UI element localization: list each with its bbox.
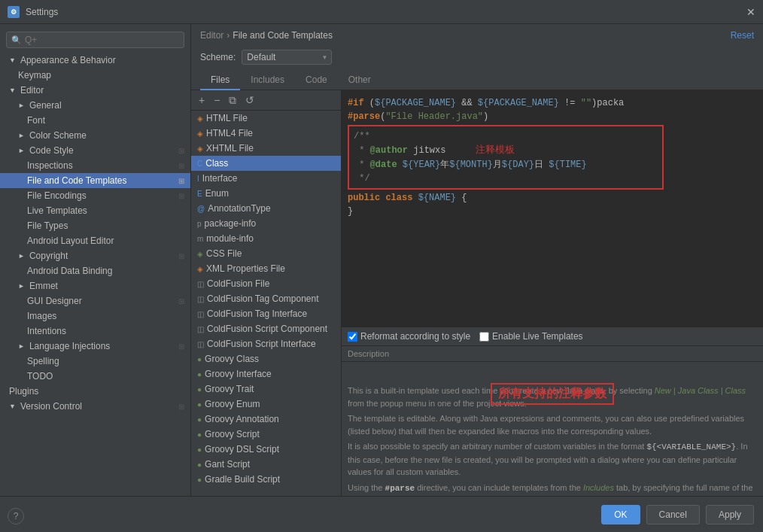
- sidebar-item-android-data-binding[interactable]: Android Data Binding: [0, 263, 190, 278]
- search-input[interactable]: [25, 35, 179, 45]
- expand-arrow: ►: [18, 342, 25, 350]
- external-icon: ⊞: [178, 403, 184, 411]
- file-item-groovy-interface[interactable]: ● Groovy Interface: [191, 366, 341, 382]
- live-templates-checkbox-label[interactable]: Enable Live Templates: [479, 331, 583, 342]
- file-item-coldfusion[interactable]: ◫ ColdFusion File: [191, 276, 341, 291]
- sidebar-item-label: Inspections: [27, 160, 73, 171]
- remove-template-button[interactable]: −: [211, 93, 223, 107]
- sidebar-item-spelling[interactable]: Spelling: [0, 354, 190, 369]
- sidebar-item-copyright[interactable]: ► Copyright ⊞: [0, 248, 190, 263]
- sidebar-item-language-injections[interactable]: ► Language Injections ⊞: [0, 339, 190, 354]
- sidebar-item-gui-designer[interactable]: GUI Designer ⊞: [0, 293, 190, 309]
- sidebar-item-emmet[interactable]: ► Emmet: [0, 278, 190, 293]
- file-item-module-info[interactable]: m module-info: [191, 231, 341, 246]
- file-item-cf-tag-component[interactable]: ◫ ColdFusion Tag Component: [191, 291, 341, 306]
- file-item-html[interactable]: ◈ HTML File: [191, 111, 341, 126]
- file-item-annotation[interactable]: @ AnnotationType: [191, 201, 341, 216]
- tab-other[interactable]: Other: [338, 71, 382, 90]
- sidebar-item-live-templates[interactable]: Live Templates: [0, 203, 190, 218]
- sidebar-item-images[interactable]: Images: [0, 309, 190, 324]
- tab-includes[interactable]: Includes: [240, 71, 295, 90]
- code-line-4: * @author jitwxs注释模板: [354, 143, 658, 158]
- sidebar-item-inspections[interactable]: Inspections ⊞: [0, 158, 190, 173]
- editor-pane: #if (${PACKAGE_NAME} && ${PACKAGE_NAME} …: [342, 90, 763, 496]
- sidebar-item-code-style[interactable]: ► Code Style ⊞: [0, 143, 190, 158]
- description-panel: Description 所有支持的注释参数 This is a built-in…: [342, 345, 763, 496]
- cf-icon: ◫: [197, 280, 204, 288]
- sidebar-item-label: Emmet: [29, 281, 58, 291]
- file-item-groovy-dsl[interactable]: ● Groovy DSL Script: [191, 442, 341, 457]
- live-templates-checkbox[interactable]: [479, 332, 489, 342]
- cancel-button[interactable]: Cancel: [646, 505, 700, 524]
- reset-button[interactable]: Reset: [731, 30, 754, 41]
- ok-button[interactable]: OK: [601, 505, 640, 524]
- sidebar-item-intentions[interactable]: Intentions: [0, 324, 190, 339]
- file-item-cf-tag-interface[interactable]: ◫ ColdFusion Tag Interface: [191, 306, 341, 321]
- file-item-css[interactable]: ◈ CSS File: [191, 246, 341, 261]
- file-item-xhtml[interactable]: ◈ XHTML File: [191, 141, 341, 156]
- file-item-gant-script[interactable]: ● Gant Script: [191, 457, 341, 472]
- sidebar-item-plugins[interactable]: Plugins: [0, 384, 190, 399]
- file-item-gradle-build[interactable]: ● Gradle Build Script: [191, 472, 341, 487]
- file-item-groovy-trait[interactable]: ● Groovy Trait: [191, 382, 341, 397]
- sidebar-item-label: Keymap: [18, 70, 51, 81]
- file-item-enum[interactable]: E Enum: [191, 186, 341, 201]
- file-list-toolbar: + − ⧉ ↺: [191, 90, 341, 111]
- code-line-3: /**: [354, 129, 658, 143]
- file-item-label: Gradle Build Script: [205, 474, 280, 485]
- xml-file-icon: ◈: [197, 265, 203, 273]
- sidebar-item-general[interactable]: ► General: [0, 98, 190, 113]
- html-file-icon: ◈: [197, 114, 203, 123]
- scheme-bar: Scheme: Default Project: [191, 47, 763, 71]
- file-item-package-info[interactable]: p package-info: [191, 216, 341, 231]
- reformat-checkbox[interactable]: [348, 332, 357, 342]
- sidebar-item-keymap[interactable]: Keymap: [0, 68, 190, 83]
- sidebar-item-file-encodings[interactable]: File Encodings ⊞: [0, 188, 190, 203]
- tab-code[interactable]: Code: [295, 71, 338, 90]
- file-item-label: package-info: [205, 218, 257, 229]
- class-file-icon: C: [197, 160, 202, 168]
- file-item-label: AnnotationType: [208, 203, 270, 214]
- sidebar-item-font[interactable]: Font: [0, 113, 190, 128]
- file-item-groovy-class[interactable]: ● Groovy Class: [191, 351, 341, 366]
- file-item-cf-script-interface[interactable]: ◫ ColdFusion Script Interface: [191, 336, 341, 351]
- file-item-groovy-enum[interactable]: ● Groovy Enum: [191, 397, 341, 412]
- file-item-cf-script-component[interactable]: ◫ ColdFusion Script Component: [191, 321, 341, 336]
- description-header: Description: [342, 346, 763, 362]
- file-item-groovy-script[interactable]: ● Groovy Script: [191, 427, 341, 442]
- sidebar-item-version-control[interactable]: ▼ Version Control ⊞: [0, 399, 190, 414]
- file-item-class[interactable]: C Class: [191, 156, 341, 171]
- file-item-label: HTML File: [206, 113, 248, 123]
- reformat-checkbox-label[interactable]: Reformat according to style: [348, 331, 470, 342]
- file-item-xml-properties[interactable]: ◈ XML Properties File: [191, 261, 341, 276]
- search-box[interactable]: 🔍: [6, 32, 184, 48]
- file-item-groovy-annotation[interactable]: ● Groovy Annotation: [191, 412, 341, 427]
- sidebar-item-android-layout-editor[interactable]: Android Layout Editor: [0, 233, 190, 248]
- sidebar-item-color-scheme[interactable]: ► Color Scheme: [0, 128, 190, 143]
- close-button[interactable]: ✕: [746, 6, 755, 18]
- sidebar-item-appearance[interactable]: ▼ Appearance & Behavior: [0, 53, 190, 68]
- sidebar-item-editor[interactable]: ▼ Editor: [0, 83, 190, 98]
- sidebar-item-todo[interactable]: TODO: [0, 369, 190, 384]
- code-line-8: }: [348, 205, 757, 218]
- cf-tag-interface-icon: ◫: [197, 310, 204, 318]
- chinese-label-annotation: 注释模板: [476, 143, 515, 158]
- xhtml-file-icon: ◈: [197, 144, 203, 153]
- file-item-label: CSS File: [206, 248, 242, 259]
- reset-template-button[interactable]: ↺: [242, 93, 257, 107]
- expand-arrow: ▼: [9, 56, 16, 64]
- copy-template-button[interactable]: ⧉: [226, 93, 239, 107]
- file-item-html4[interactable]: ◈ HTML4 File: [191, 126, 341, 141]
- sidebar-item-file-and-code-templates[interactable]: File and Code Templates ⊞: [0, 173, 190, 188]
- file-item-interface[interactable]: I Interface: [191, 171, 341, 186]
- expand-arrow: ►: [18, 252, 25, 260]
- help-button[interactable]: ?: [8, 508, 24, 524]
- sidebar-item-file-types[interactable]: File Types: [0, 218, 190, 233]
- code-editor[interactable]: #if (${PACKAGE_NAME} && ${PACKAGE_NAME} …: [342, 90, 763, 327]
- apply-button[interactable]: Apply: [706, 505, 754, 524]
- file-item-label: Enum: [205, 188, 229, 199]
- breadcrumb-bar: Editor › File and Code Templates Reset: [191, 24, 763, 47]
- add-template-button[interactable]: +: [196, 93, 208, 107]
- scheme-select[interactable]: Default Project: [242, 50, 332, 65]
- tab-files[interactable]: Files: [200, 71, 240, 90]
